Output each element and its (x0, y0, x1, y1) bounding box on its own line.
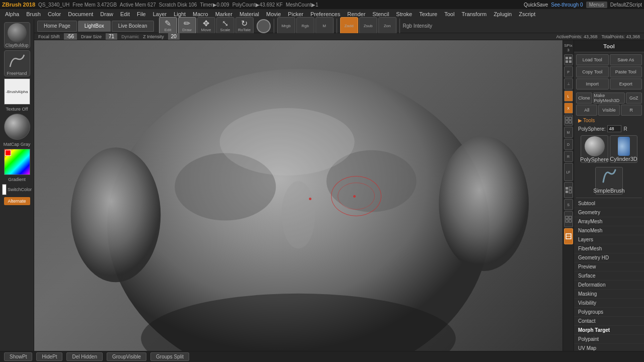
menu-color[interactable]: Color (45, 10, 64, 18)
local-btn[interactable]: L (564, 90, 573, 102)
simplebrush-thumb[interactable]: SimpleBrush (595, 167, 623, 195)
menu-polygroups[interactable]: Polygroups (574, 308, 644, 317)
cylinder-thumb[interactable]: Cylinder3D (610, 135, 637, 163)
menu-masking[interactable]: Masking (574, 290, 644, 299)
linfill-btn[interactable]: LF (564, 163, 573, 181)
export-top-btn[interactable]: Export (610, 78, 642, 89)
zsub-label: Zsub (364, 24, 373, 28)
hide-pt-btn[interactable]: HidePt (36, 352, 62, 361)
m-btn[interactable]: M (315, 17, 334, 35)
persp-btn[interactable]: P (564, 66, 573, 77)
tab-lightbox[interactable]: LightBox (78, 21, 111, 32)
group-visible-btn[interactable]: GroupVisible (107, 352, 146, 361)
doo3d-btn[interactable]: D (564, 139, 573, 150)
focal-shift-value[interactable]: -56 (64, 33, 77, 40)
color-picker[interactable] (4, 149, 30, 175)
draw-icon: ✏ (184, 20, 190, 28)
quicksave-btn[interactable]: QuickSave (524, 2, 548, 8)
clone-btn[interactable]: Clone (576, 93, 592, 104)
menu-deformation[interactable]: Deformation (574, 281, 644, 290)
import-btn[interactable]: Import (576, 78, 609, 89)
switch-color-swatch[interactable] (2, 184, 7, 195)
transp-btn[interactable] (564, 182, 573, 198)
default-zscript[interactable]: DefaultZScript (610, 2, 642, 8)
floor-btn[interactable]: ⊥ (564, 78, 573, 89)
xyz-icon: X (567, 107, 570, 110)
scale-btn[interactable]: ⤡ Scale (216, 17, 234, 35)
move-btn[interactable]: ✥ Move (197, 17, 215, 35)
simplebrush-icon (601, 168, 617, 188)
menu-arraymesh[interactable]: ArrayMesh (574, 217, 644, 226)
more-btn[interactable]: M (564, 127, 573, 138)
rgb-btn[interactable]: Rgb (296, 17, 314, 35)
rotat-btn[interactable]: R (564, 151, 573, 162)
draw-btn[interactable]: ✏ Draw (178, 17, 196, 35)
canvas[interactable]: -0.15,0.051,0.987 (34, 40, 562, 362)
menu-brush[interactable]: Brush (23, 10, 44, 18)
menus-btn[interactable]: Menus (586, 2, 607, 8)
solo-btn[interactable]: S (564, 199, 573, 210)
total-points: TotalPoints: 43,368 (601, 34, 640, 39)
texture-off-label[interactable]: Texture Off (6, 107, 28, 112)
menu-fibermesh[interactable]: FiberMesh (574, 244, 644, 253)
see-through[interactable]: See-through 0 (551, 2, 583, 8)
menu-surface[interactable]: Surface (574, 272, 644, 281)
z-intensity-value[interactable]: 20 (168, 33, 180, 40)
menu-polypaint[interactable]: Polypaint (574, 335, 644, 344)
show-pt-btn[interactable]: ShowPt (4, 352, 32, 361)
clay-buildup-brush[interactable]: ClayBuldup (4, 22, 30, 48)
lightbox-tools[interactable]: ▶ Tools (574, 117, 644, 124)
r-btn[interactable]: R (621, 105, 642, 116)
spurs-btn[interactable] (564, 211, 573, 227)
active-orange-btn[interactable] (564, 228, 573, 244)
menu-geometry-hd[interactable]: Geometry HD (574, 253, 644, 262)
polysphere-count-input[interactable] (607, 125, 621, 132)
visible-btn[interactable]: Visible (598, 105, 619, 116)
menu-edit[interactable]: Edit (117, 10, 133, 18)
copy-tool-btn[interactable]: Copy Tool (576, 66, 609, 77)
dynamic-btn[interactable] (564, 54, 573, 65)
brush-alpha[interactable]: -BrushAlpha (4, 78, 30, 105)
load-tool-btn[interactable]: Load Tool (576, 54, 609, 65)
tab-home-page[interactable]: Home Page (37, 21, 77, 32)
menu-document[interactable]: Document (65, 10, 96, 18)
paste-tool-btn[interactable]: Paste Tool (610, 66, 642, 77)
zon-btn[interactable]: Zon (378, 17, 396, 35)
menu-transform[interactable]: Transform (458, 10, 490, 18)
menu-visibility[interactable]: Visibility (574, 299, 644, 308)
menu-geometry[interactable]: Geometry (574, 208, 644, 217)
zsub-btn[interactable]: Zsub (359, 17, 377, 35)
menu-preview[interactable]: Preview (574, 262, 644, 272)
menu-contact[interactable]: Contact (574, 317, 644, 326)
menu-zscript[interactable]: Zscript (516, 10, 538, 18)
mrgb-btn[interactable]: Mrgb (277, 17, 295, 35)
menu-draw[interactable]: Draw (97, 10, 116, 18)
rotate-btn[interactable]: ↻ RoTate (235, 17, 254, 35)
polysphere-thumb[interactable]: PolySphere (581, 135, 608, 163)
menu-file[interactable]: File (134, 10, 149, 18)
matcap-preview[interactable] (4, 114, 30, 140)
alternate-btn[interactable]: Alternate (4, 197, 30, 205)
make-polymesh-btn[interactable]: Make PolyMesh3D (593, 93, 625, 104)
menu-tool[interactable]: Tool (441, 10, 457, 18)
save-as-btn[interactable]: Save As (610, 54, 642, 65)
edit-label: Edit (165, 28, 172, 32)
menu-layers[interactable]: Layers (574, 235, 644, 244)
freehand-brush[interactable]: FreeHand (4, 50, 30, 76)
material-sphere[interactable] (257, 19, 271, 33)
menu-alpha[interactable]: Alpha (2, 10, 22, 18)
menu-nanomesh[interactable]: NanoMesh (574, 226, 644, 235)
frame-btn[interactable] (564, 115, 573, 126)
edit-btn[interactable]: ✎ Edit (159, 17, 177, 35)
draw-size-value[interactable]: 71 (106, 33, 117, 40)
groups-split-btn[interactable]: Groups Split (150, 352, 189, 361)
del-hidden-btn[interactable]: Del Hidden (66, 352, 102, 361)
tab-live-boolean[interactable]: Live Boolean (112, 21, 154, 32)
menu-zplugin[interactable]: Zplugin (491, 10, 515, 18)
xyz-btn[interactable]: X (564, 103, 573, 114)
goz-btn[interactable]: GoZ (626, 93, 642, 104)
all-btn[interactable]: All (576, 105, 597, 116)
menu-morph-target[interactable]: Morph Target (574, 326, 644, 335)
zadd-btn[interactable]: Zadd (340, 17, 358, 35)
menu-subtool[interactable]: Subtool (574, 199, 644, 208)
